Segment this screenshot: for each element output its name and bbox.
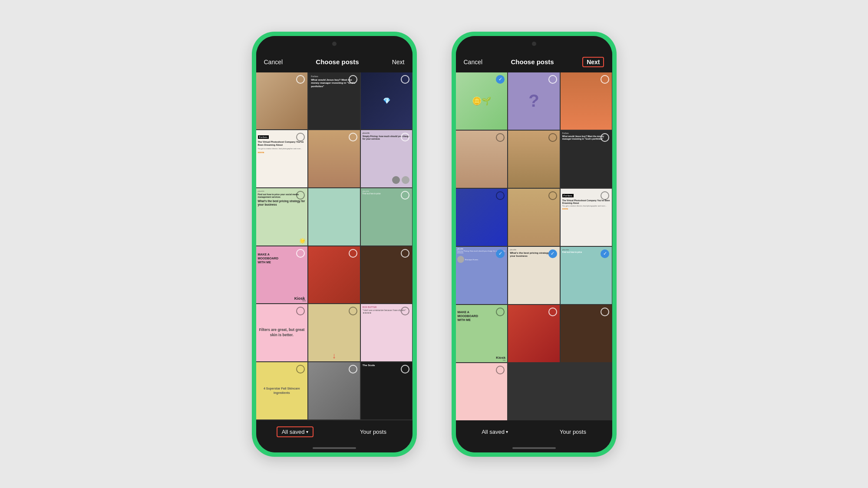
post-cell-p2-2-1[interactable] xyxy=(456,131,508,188)
select-1-2[interactable] xyxy=(349,75,357,84)
post-cell-5-2[interactable]: BOX BUTTER "I don't use a moisturizer be… xyxy=(361,304,413,361)
select-4-1[interactable] xyxy=(349,249,357,258)
post-cell-6-1[interactable] xyxy=(308,362,360,419)
post-cell-3-2[interactable]: planolde Find out how to price xyxy=(361,188,413,246)
bottom-bar-1: All saved ▾ Your posts xyxy=(256,420,413,444)
post-cell-4-1[interactable] xyxy=(308,246,360,304)
post-cell-p2-6-1[interactable] xyxy=(456,363,508,420)
notch-2 xyxy=(506,39,562,49)
select-p2-2-1[interactable] xyxy=(496,133,505,142)
home-line-2 xyxy=(512,447,556,449)
your-posts-tab-1[interactable]: Your posts xyxy=(334,429,413,435)
post-cell-5-3[interactable]: 4 Superstar Fall Skincare Ingredients xyxy=(256,362,308,419)
post-cell-2-1[interactable]: Forbes The Virtual Photoshoot Company Yo… xyxy=(256,130,308,187)
home-line-1 xyxy=(313,447,356,449)
post-cell-1-1[interactable] xyxy=(256,72,308,130)
post-cell-p2-2-2[interactable] xyxy=(508,131,560,188)
post-cell-p2-3-3[interactable]: Forbes The Virtual Photoshoot Company Yo… xyxy=(561,189,612,246)
notch-bar-1 xyxy=(256,36,413,52)
select-3-1[interactable] xyxy=(296,191,305,200)
post-cell-3-3[interactable]: MAKE AMOODBOARDWITH ME Kiosk 50k xyxy=(256,246,308,304)
cancel-button-1[interactable]: Cancel xyxy=(264,59,283,66)
post-cell-p2-1-1[interactable]: 🪙🌱 ✓ xyxy=(456,72,508,130)
select-p2-4-3[interactable]: ✓ xyxy=(601,249,609,258)
phone-2-screen: Cancel Choose posts Next 🪙🌱 ✓ ? xyxy=(456,36,612,452)
your-posts-label-1: Your posts xyxy=(360,429,386,435)
select-p2-3-1[interactable] xyxy=(496,191,505,200)
home-indicator-1 xyxy=(256,444,413,452)
phone-2-header: Cancel Choose posts Next xyxy=(456,52,612,72)
post-cell-row3-1[interactable] xyxy=(308,188,360,246)
phone-1-header: Cancel Choose posts Next xyxy=(256,52,413,72)
select-5-1[interactable] xyxy=(349,307,357,315)
post-cell-2-2[interactable] xyxy=(308,130,360,187)
post-cell-p2-4-3[interactable]: planolde Find out how to price ✓ xyxy=(561,247,612,304)
post-cell-2-3[interactable]: planolde Simply Pricing: how much should… xyxy=(361,130,413,187)
select-1-1[interactable] xyxy=(296,75,305,84)
select-1-3[interactable] xyxy=(401,75,409,84)
select-6-1[interactable] xyxy=(349,365,357,373)
cancel-button-2[interactable]: Cancel xyxy=(464,59,483,66)
post-cell-p2-4-2[interactable]: planolde What's the best pricing strateg… xyxy=(508,247,560,304)
select-p2-1-2[interactable] xyxy=(548,75,557,84)
home-indicator-2 xyxy=(456,444,612,452)
post-cell-6-2[interactable]: The Scula xyxy=(361,362,413,419)
post-cell-p2-1-3[interactable] xyxy=(561,72,612,130)
your-posts-label-2: Your posts xyxy=(560,429,586,435)
select-p2-4-1[interactable]: ✓ xyxy=(496,249,505,258)
select-p2-2-3[interactable] xyxy=(601,133,609,142)
select-p2-3-2[interactable] xyxy=(548,191,557,200)
post-cell-p2-2-3[interactable]: Forbes What would Jesus buy? Meet the mo… xyxy=(561,131,612,188)
post-cell-5-1[interactable]: ↓ xyxy=(308,304,360,361)
bottom-bar-2: All saved ▾ Your posts xyxy=(456,420,612,444)
post-cell-p2-4-1[interactable]: planolde Upenny Pricing: How much should… xyxy=(456,247,508,304)
header-title-1: Choose posts xyxy=(316,58,359,66)
select-p2-4-2[interactable]: ✓ xyxy=(548,249,557,258)
select-2-2[interactable] xyxy=(349,133,357,141)
all-saved-tab-1[interactable]: All saved ▾ xyxy=(256,426,334,437)
posts-grid-1: Forbes What would Jesus buy? Meet the mo… xyxy=(256,72,413,420)
phone-1-screen: Cancel Choose posts Next Forbes What wou… xyxy=(256,36,413,452)
select-3-3[interactable] xyxy=(296,249,305,258)
post-cell-1-3[interactable]: 💎 xyxy=(361,72,413,130)
select-p2-1-1[interactable]: ✓ xyxy=(496,75,505,84)
next-button-2[interactable]: Next xyxy=(582,57,604,67)
phone-1: Cancel Choose posts Next Forbes What wou… xyxy=(252,32,417,457)
select-p2-3-3[interactable] xyxy=(601,191,609,200)
all-saved-label-2: All saved xyxy=(482,429,505,435)
select-4-2[interactable] xyxy=(401,249,409,258)
post-cell-3-1[interactable]: planolde Find out how to price your soci… xyxy=(256,188,308,246)
chevron-down-icon-1: ▾ xyxy=(306,429,308,434)
post-cell-p2-3-1[interactable] xyxy=(456,189,508,246)
header-title-2: Choose posts xyxy=(511,58,554,66)
post-cell-p2-3-2[interactable] xyxy=(508,189,560,246)
select-p2-6-1[interactable] xyxy=(496,366,505,374)
select-5-3[interactable] xyxy=(296,365,305,373)
select-p2-2-2[interactable] xyxy=(548,133,557,142)
select-p2-5-1[interactable] xyxy=(496,308,505,316)
post-cell-4-2[interactable] xyxy=(361,246,413,304)
select-p2-1-3[interactable] xyxy=(601,75,609,84)
notch-bar-2 xyxy=(456,36,612,52)
post-cell-p2-5-1[interactable]: MAKE AMOODBOARDWITH ME Kiosk 50k xyxy=(456,305,508,362)
post-cell-p2-5-3[interactable] xyxy=(561,305,612,362)
select-p2-5-2[interactable] xyxy=(548,308,557,316)
your-posts-tab-2[interactable]: Your posts xyxy=(534,429,612,435)
next-button-1[interactable]: Next xyxy=(392,59,405,66)
all-saved-label-1: All saved xyxy=(282,429,305,435)
chevron-down-icon-2: ▾ xyxy=(506,429,508,434)
select-p2-5-3[interactable] xyxy=(601,308,609,316)
all-saved-tab-2[interactable]: All saved ▾ xyxy=(456,429,534,435)
post-cell-p2-1-2[interactable]: ? xyxy=(508,72,560,130)
post-cell-1-2[interactable]: Forbes What would Jesus buy? Meet the mo… xyxy=(308,72,360,130)
post-cell-4-3[interactable]: Filters are great, but great skin is bet… xyxy=(256,304,308,361)
phone-2: Cancel Choose posts Next 🪙🌱 ✓ ? xyxy=(452,32,617,457)
post-cell-p2-5-2[interactable] xyxy=(508,305,560,362)
posts-grid-2: 🪙🌱 ✓ ? xyxy=(456,72,612,420)
notch-1 xyxy=(306,39,363,49)
